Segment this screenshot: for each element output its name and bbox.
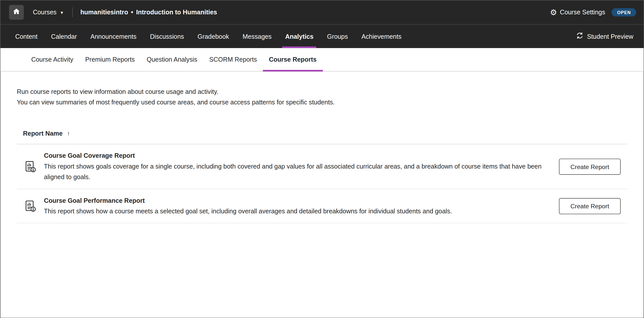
tab-gradebook[interactable]: Gradebook <box>198 25 229 48</box>
create-report-button[interactable]: Create Report <box>559 158 621 175</box>
report-info: Course Goal Performance Report This repo… <box>44 195 559 217</box>
tab-calendar[interactable]: Calendar <box>51 25 77 48</box>
report-row-performance: Course Goal Performance Report This repo… <box>17 189 627 223</box>
report-description: This report shows goals coverage for a s… <box>44 161 548 183</box>
topbar-right: ⚙ Course Settings OPEN <box>550 8 636 17</box>
subtab-course-activity[interactable]: Course Activity <box>31 48 73 71</box>
report-document-icon <box>23 200 36 212</box>
subtab-premium-reports[interactable]: Premium Reports <box>85 48 135 71</box>
tab-achievements[interactable]: Achievements <box>361 25 401 48</box>
intro-line-2: You can view summaries of most frequentl… <box>17 97 627 108</box>
sort-ascending-icon: ↑ <box>67 130 70 137</box>
top-bar: Courses ▼ humanitiesintro • Introduction… <box>1 1 644 24</box>
breadcrumb-separator: • <box>131 9 133 16</box>
page-root: Courses ▼ humanitiesintro • Introduction… <box>0 0 644 318</box>
student-preview-button[interactable]: Student Preview <box>576 25 633 48</box>
course-name: Introduction to Humanities <box>136 9 217 16</box>
courses-dropdown[interactable]: Courses ▼ <box>33 9 64 16</box>
subtab-question-analysis[interactable]: Question Analysis <box>147 48 197 71</box>
breadcrumb: humanitiesintro • Introduction to Humani… <box>80 9 217 16</box>
report-document-icon <box>23 160 36 173</box>
course-nav: Content Calendar Announcements Discussio… <box>1 24 644 48</box>
subtab-scorm-reports[interactable]: SCORM Reports <box>209 48 257 71</box>
tab-messages[interactable]: Messages <box>243 25 271 48</box>
tab-groups[interactable]: Groups <box>327 25 348 48</box>
student-preview-icon <box>576 32 587 41</box>
subtab-course-reports[interactable]: Course Reports <box>269 48 317 71</box>
tab-analytics[interactable]: Analytics <box>285 25 313 48</box>
topbar-divider <box>72 7 73 17</box>
report-name-header-label: Report Name <box>23 130 63 137</box>
chevron-down-icon: ▼ <box>60 10 64 15</box>
home-icon <box>12 7 21 17</box>
report-row-coverage: Course Goal Coverage Report This report … <box>17 144 627 189</box>
course-settings-button[interactable]: ⚙ Course Settings <box>550 8 605 16</box>
tab-announcements[interactable]: Announcements <box>90 25 136 48</box>
courses-label: Courses <box>33 9 57 16</box>
report-title: Course Goal Coverage Report <box>44 150 559 161</box>
course-id: humanitiesintro <box>80 9 128 16</box>
tab-discussions[interactable]: Discussions <box>150 25 184 48</box>
create-report-button[interactable]: Create Report <box>559 198 621 214</box>
analytics-subnav: Course Activity Premium Reports Question… <box>1 48 644 71</box>
browser-viewport: Courses ▼ humanitiesintro • Introduction… <box>0 0 644 318</box>
intro-line-1: Run course reports to view information a… <box>17 86 627 97</box>
tab-content[interactable]: Content <box>15 25 37 48</box>
report-info: Course Goal Coverage Report This report … <box>44 150 559 182</box>
report-title: Course Goal Performance Report <box>44 195 559 206</box>
reports-table: Report Name ↑ <box>17 123 627 223</box>
course-settings-label: Course Settings <box>560 9 605 16</box>
student-preview-label: Student Preview <box>587 33 633 40</box>
home-button[interactable] <box>9 5 24 20</box>
intro-text: Run course reports to view information a… <box>1 71 644 108</box>
report-description: This report shows how a course meets a s… <box>44 206 548 217</box>
gear-icon: ⚙ <box>550 8 557 16</box>
open-status-badge[interactable]: OPEN <box>612 8 636 17</box>
report-name-sort-header[interactable]: Report Name ↑ <box>17 123 627 144</box>
